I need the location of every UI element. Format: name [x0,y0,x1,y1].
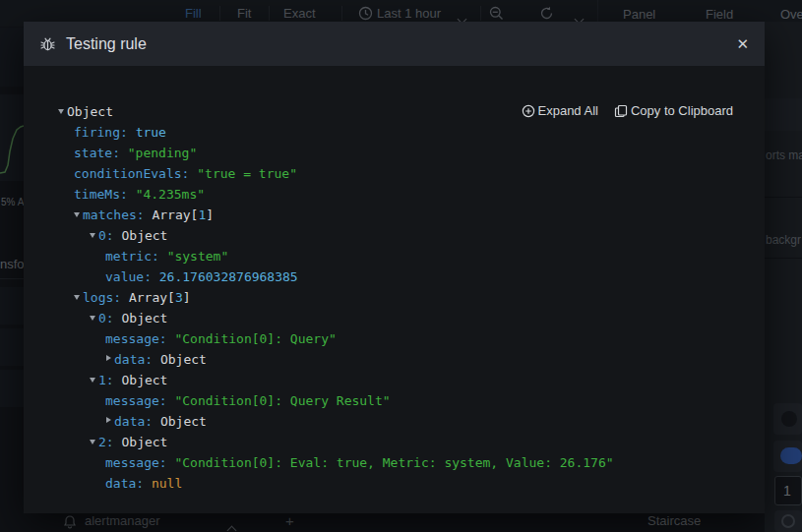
json-row: message: "Condition[0]: Query Result" [58,390,614,411]
json-value: "pending" [128,146,197,160]
json-value: true [136,125,166,140]
json-row: 2: Object [58,432,614,452]
json-value: Object [160,352,207,367]
json-row: 1: Object [58,370,614,390]
json-value: Array[1] [152,207,214,222]
json-key: message: [105,455,174,470]
json-row: data: Object [58,349,614,370]
json-key: 2: [98,435,121,449]
json-value: Array[3] [129,290,191,305]
copy-to-clipboard-button[interactable]: Copy to Clipboard [614,103,733,118]
json-value: Object [121,435,167,449]
json-key: message: [105,331,174,346]
json-row: firing: true [58,122,614,143]
json-row: conditionEvals: "true = true" [58,163,614,184]
json-row: logs: Array[3] [58,287,614,308]
json-row: message: "Condition[0]: Query" [58,328,614,349]
json-value: "Condition[0]: Query" [174,331,336,346]
bug-icon [39,35,56,52]
json-key: data: [105,476,152,491]
json-key: 1: [98,373,121,387]
json-actions: Expand All Copy to Clipboard [522,103,734,118]
json-key: firing: [74,125,136,140]
json-key: value: [105,269,159,284]
json-key: logs: [83,290,129,305]
json-value: "system" [167,249,229,264]
json-row: value: 26.176032876968385 [58,266,614,287]
json-value: Object [121,311,167,325]
json-key: timeMs: [74,187,136,202]
json-value: Object [121,228,167,243]
json-row: data: null [58,473,614,494]
json-value: "4.235ms" [136,187,205,202]
modal-header: Testing rule ✕ [24,22,765,66]
json-key: 0: [98,311,121,325]
json-value: Object [121,373,167,387]
expand-all-button[interactable]: Expand All [522,103,598,118]
json-row: data: Object [58,411,614,432]
expand-all-label: Expand All [538,103,598,118]
json-value: "true = true" [197,166,297,181]
json-value: "Condition[0]: Query Result" [174,393,390,408]
circle-plus-icon [522,104,535,118]
modal-title: Testing rule [66,35,147,53]
json-value: Object [160,414,207,429]
json-key: data: [114,352,160,367]
json-key: 0: [98,228,121,243]
json-key: metric: [105,249,167,264]
json-key: conditionEvals: [74,166,197,181]
close-icon[interactable]: ✕ [736,36,749,51]
json-row: 0: Object [58,308,614,328]
json-row: state: "pending" [58,143,614,163]
copy-to-clipboard-label: Copy to Clipboard [631,103,733,118]
json-key: message: [105,393,174,408]
json-value: null [152,476,182,491]
json-value: Object [67,104,113,119]
json-row: 0: Object [58,225,614,246]
json-value: 26.176032876968385 [159,269,298,284]
modal-body: Expand All Copy to Clipboard Objectfirin… [24,66,765,513]
json-value: "Condition[0]: Eval: true, Metric: syste… [174,455,613,470]
json-row: matches: Array[1] [58,205,614,225]
json-tree: Objectfiring: truestate: "pending"condit… [58,101,614,494]
json-row: timeMs: "4.235ms" [58,184,614,205]
json-row: message: "Condition[0]: Eval: true, Metr… [58,452,614,473]
testing-rule-modal: Testing rule ✕ Expand All Copy to Clipbo… [24,22,765,513]
json-key: matches: [83,207,152,222]
json-key: state: [74,146,128,160]
copy-icon [614,104,628,118]
json-row: metric: "system" [58,246,614,266]
json-key: data: [114,414,160,429]
